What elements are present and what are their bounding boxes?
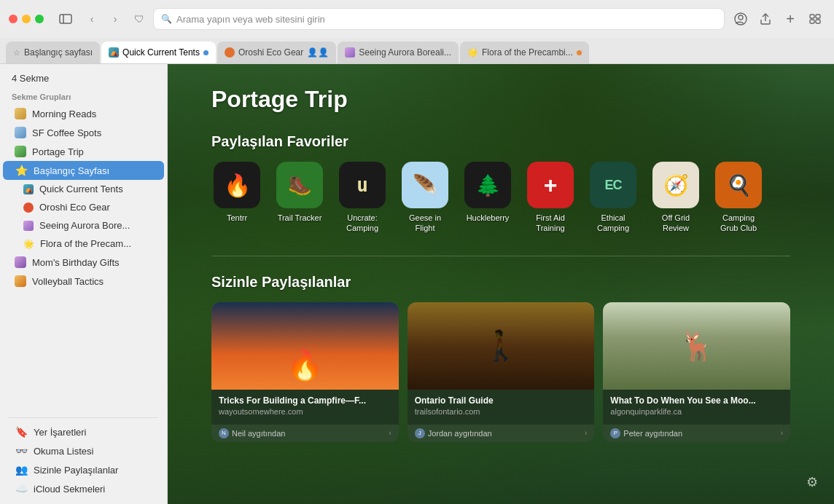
sidebar-toggle-button[interactable] [55, 9, 76, 29]
morning-reads-label: Morning Reads [32, 109, 152, 119]
address-placeholder: Arama yapın veya web sitesini girin [176, 14, 325, 25]
content-scroll[interactable]: Portage Trip Paylaşılan Favoriler 🔥 Tent… [168, 64, 834, 504]
favorite-trail-tracker[interactable]: 🥾 Trail Tracker [274, 162, 325, 234]
svg-rect-4 [810, 15, 814, 18]
new-tab-button[interactable]: + [780, 9, 800, 29]
favorite-ethical-camping[interactable]: EC Ethical Camping [588, 162, 639, 234]
sidebar-item-shared-with-you[interactable]: 👥 Sizinle Paylaşılanlar [3, 460, 164, 479]
svg-rect-0 [60, 15, 71, 23]
customize-button[interactable]: ⚙ [802, 472, 822, 492]
geese-icon: 🪶 [402, 162, 448, 208]
tent-favicon: ⛺ [109, 47, 119, 58]
sidebar-item-volleyball[interactable]: Volleyball Tactics [3, 272, 164, 291]
moose-info: What To Do When You See a Moo... algonqu… [603, 390, 790, 425]
favorite-off-grid[interactable]: 🧭 Off Grid Review [650, 162, 701, 234]
chevron-right-icon: › [389, 429, 391, 437]
person-2-icon: 👥 [15, 464, 28, 476]
address-bar[interactable]: 🔍 Arama yapın veya web sitesini girin [153, 8, 725, 30]
sidebar-item-seeing-aurora[interactable]: Seeing Aurora Bore... [3, 216, 164, 235]
tab-overview-button[interactable] [805, 9, 825, 29]
aurora-favicon [345, 47, 355, 58]
campfire-image [211, 302, 399, 390]
favorite-geese[interactable]: 🪶 Geese in Flight [400, 162, 451, 234]
titlebar: ‹ › 🛡 🔍 Arama yapın veya web sitesini gi… [0, 0, 834, 38]
sidebar-item-quick-current[interactable]: ⛺ Quick Current Tents [3, 180, 164, 198]
favorite-huckleberry[interactable]: 🌲 Huckleberry [462, 162, 513, 234]
tab-strip: ☆ Başlangıç sayfası ⛺ Quick Current Tent… [0, 38, 834, 64]
favorite-tentrr[interactable]: 🔥 Tentrr [211, 162, 262, 234]
minimize-button[interactable] [22, 15, 31, 23]
tab-flora[interactable]: 🌟 Flora of the Precambi... [460, 42, 589, 63]
shared-with-you-label: Sizinle Paylaşılanlar [34, 465, 152, 476]
sidebar-item-moms-birthday[interactable]: Mom's Birthday Gifts [3, 253, 164, 272]
page-title: Portage Trip [211, 86, 790, 113]
favorite-uncrate[interactable]: u Uncrate: Camping [337, 162, 388, 234]
shared-card-trail[interactable]: Ontario Trail Guide trailsofontario.com … [408, 302, 595, 442]
aurora-icon [23, 221, 34, 231]
reading-list-label: Okuma Listesi [34, 446, 152, 457]
svg-rect-5 [816, 15, 820, 18]
sidebar-item-baslangic[interactable]: ⭐ Başlangıç Sayfası [3, 161, 164, 180]
sidebar-item-flora[interactable]: 🌟 Flora of the Precam... [3, 235, 164, 253]
trail-tracker-icon: 🥾 [276, 162, 323, 208]
favorite-first-aid[interactable]: + First Aid Training [525, 162, 576, 234]
bookmark-icon: 🔖 [15, 426, 28, 438]
svg-rect-7 [816, 20, 820, 23]
tab-label: Flora of the Precambi... [482, 47, 573, 58]
sidebar-item-sf-coffee[interactable]: SF Coffee Spots [3, 123, 164, 142]
moose-author: Peter aygıtından [623, 429, 682, 438]
oroshi-favicon [225, 47, 235, 58]
share-button[interactable] [755, 9, 776, 29]
sf-coffee-label: SF Coffee Spots [32, 127, 152, 138]
content-area: Portage Trip Paylaşılan Favoriler 🔥 Tent… [168, 64, 834, 504]
back-button[interactable]: ‹ [82, 9, 102, 29]
profile-button[interactable] [730, 9, 751, 29]
neil-avatar: N [219, 428, 229, 438]
forward-button[interactable]: › [105, 9, 125, 29]
off-grid-label: Off Grid Review [650, 213, 701, 234]
cloud-icon: ☁️ [15, 483, 28, 495]
morning-reads-icon [15, 108, 26, 119]
sidebar-item-bookmarks[interactable]: 🔖 Yer İşaretleri [3, 422, 164, 441]
flora-icon: 🌟 [23, 239, 34, 249]
main-layout: 4 Sekme Sekme Grupları Morning Reads SF … [0, 64, 834, 504]
sidebar: 4 Sekme Sekme Grupları Morning Reads SF … [0, 64, 168, 504]
tentrr-label: Tentrr [227, 213, 247, 223]
sidebar-item-morning-reads[interactable]: Morning Reads [3, 104, 164, 123]
sidebar-item-reading-list[interactable]: 👓 Okuma Listesi [3, 441, 164, 460]
tentrr-icon: 🔥 [214, 162, 260, 208]
sidebar-item-oroshi[interactable]: Oroshi Eco Gear [3, 198, 164, 216]
sidebar-divider [9, 417, 158, 418]
peter-avatar: P [610, 428, 620, 438]
moose-domain: algonquinparklife.ca [610, 407, 783, 416]
icloud-label: iCloud Sekmeleri [34, 484, 152, 495]
maximize-button[interactable] [35, 15, 44, 23]
flora-favicon: 🌟 [467, 47, 478, 58]
trail-title: Ontario Trail Guide [415, 395, 588, 406]
tab-quick-current[interactable]: ⛺ Quick Current Tents [101, 42, 216, 63]
ethical-camping-label: Ethical Camping [588, 213, 639, 234]
tab-start[interactable]: ☆ Başlangıç sayfası [6, 42, 100, 63]
sidebar-item-icloud-tabs[interactable]: ☁️ iCloud Sekmeleri [3, 479, 164, 498]
first-aid-icon: + [527, 162, 574, 208]
sidebar-item-portage-trip[interactable]: Portage Trip [3, 142, 164, 161]
close-button[interactable] [9, 15, 17, 23]
svg-point-3 [738, 15, 743, 20]
ethical-camping-icon: EC [590, 162, 636, 208]
tab-count: 4 Sekme [0, 70, 167, 90]
shared-card-moose[interactable]: What To Do When You See a Moo... algonqu… [603, 302, 790, 442]
trail-info: Ontario Trail Guide trailsofontario.com [408, 390, 595, 425]
tab-seeing-aurora[interactable]: Seeing Aurora Boreali... [338, 42, 459, 63]
camping-grub-label: Camping Grub Club [713, 213, 764, 234]
shared-card-campfire[interactable]: Tricks For Building a Campfire—F... wayo… [211, 302, 399, 442]
portage-trip-label: Portage Trip [32, 146, 152, 157]
traffic-lights [9, 15, 44, 23]
favorite-camping-grub[interactable]: 🍳 Camping Grub Club [713, 162, 764, 234]
oroshi-label: Oroshi Eco Gear [39, 202, 152, 213]
tab-oroshi[interactable]: Oroshi Eco Gear 👤👤 [217, 42, 336, 63]
moms-birthday-label: Mom's Birthday Gifts [32, 257, 152, 268]
moose-author-row: P Peter aygıtından › [603, 425, 790, 442]
geese-label: Geese in Flight [400, 213, 451, 234]
volleyball-label: Volleyball Tactics [32, 276, 152, 287]
privacy-icon: 🛡 [134, 13, 144, 25]
